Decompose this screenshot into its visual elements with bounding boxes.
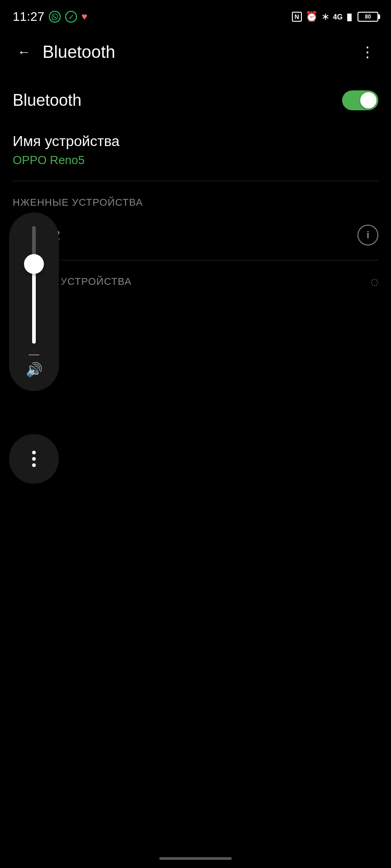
top-navigation: ← Bluetooth ⋮ xyxy=(0,32,391,72)
info-icon: i xyxy=(367,229,369,241)
alarm-icon: ⏰ xyxy=(305,11,318,23)
signal-icon: 4G ▐▌ xyxy=(333,12,354,22)
more-dots-icon xyxy=(32,451,36,467)
home-indicator[interactable] xyxy=(159,857,232,860)
more-options-button[interactable] xyxy=(9,434,59,484)
dot-1 xyxy=(32,451,36,454)
three-dots-icon: ⋮ xyxy=(360,43,374,61)
dot-3 xyxy=(32,463,36,467)
divider-2 xyxy=(13,260,378,260)
back-arrow-icon: ← xyxy=(17,44,31,60)
bluetooth-toggle-row[interactable]: Bluetooth xyxy=(13,81,378,119)
overflow-menu-button[interactable]: ⋮ xyxy=(356,41,378,63)
paired-device-item[interactable]: MMC12 i xyxy=(13,215,378,255)
battery-indicator: 80 xyxy=(358,12,378,22)
page-title: Bluetooth xyxy=(43,42,356,62)
bluetooth-icon: ∗ xyxy=(321,11,329,23)
status-left: 11:27 ✓ ♥ xyxy=(13,9,87,24)
loading-spinner: ◌ xyxy=(371,276,378,287)
volume-thumb[interactable] xyxy=(24,254,44,274)
device-info-button[interactable]: i xyxy=(358,225,378,245)
paired-devices-header: НЖЕННЫЕ УСТРОЙСТВА xyxy=(13,186,378,215)
status-right: N ⏰ ∗ 4G ▐▌ 80 xyxy=(292,11,378,23)
nfc-icon: N xyxy=(292,12,302,22)
status-time: 11:27 xyxy=(13,9,44,24)
device-name-section[interactable]: Имя устройства OPPO Reno5 xyxy=(13,119,378,176)
status-bar: 11:27 ✓ ♥ N ⏰ ∗ 4G ▐▌ 80 xyxy=(0,0,391,32)
volume-min-indicator xyxy=(29,354,39,355)
available-devices-header-row: КУПНЫЕ УСТРОЙСТВА ◌ xyxy=(13,265,378,294)
speaker-icon: 🔊 xyxy=(26,362,43,382)
dot-2 xyxy=(32,457,36,461)
toggle-knob xyxy=(360,92,377,108)
volume-track[interactable] xyxy=(32,226,36,344)
back-button[interactable]: ← xyxy=(13,41,35,63)
bluetooth-label: Bluetooth xyxy=(13,91,81,110)
device-name-label: Имя устройства xyxy=(13,133,378,150)
heart-icon: ♥ xyxy=(81,11,87,23)
volume-slider-overlay: 🔊 xyxy=(9,212,59,391)
whatsapp-icon xyxy=(49,11,61,23)
device-name-value: OPPO Reno5 xyxy=(13,153,378,167)
divider-1 xyxy=(13,181,378,181)
bluetooth-toggle[interactable] xyxy=(342,90,378,110)
check-circle-icon: ✓ xyxy=(65,11,77,23)
